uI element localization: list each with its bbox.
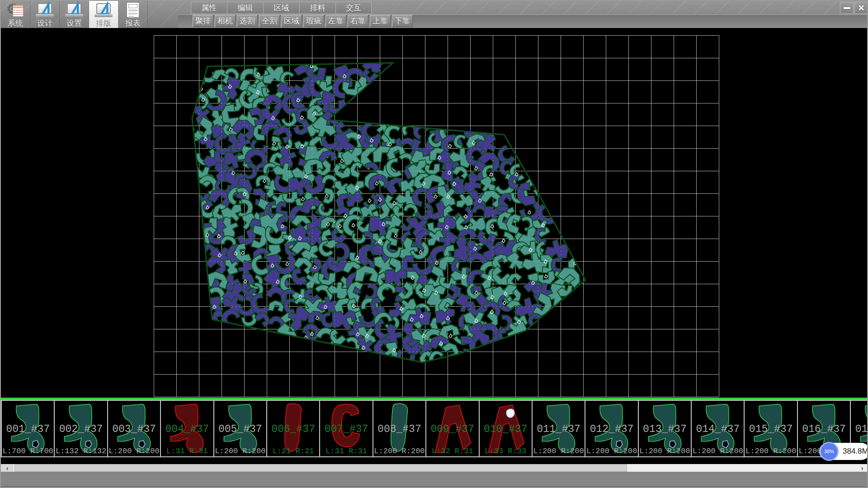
piece-lr-label: L:200 R:200	[585, 447, 637, 455]
main-tab-label: 排版	[96, 19, 111, 28]
app-window: ⚙系统设计设置排版报表 属性编辑区域排料交互 聚排相机选割全割区域瑕疵左靠右靠上…	[0, 0, 868, 488]
menu-tab-排料[interactable]: 排料	[299, 2, 335, 14]
tool-button-相机[interactable]: 相机	[215, 15, 236, 27]
piece-id-label: 007_#37	[320, 423, 372, 435]
scroll-right-arrow[interactable]: ›	[855, 464, 868, 472]
piece-lr-label: L:200 R:200	[692, 447, 744, 455]
piece-thumbnail-001_#37[interactable]: 001_#37L:700 R:700	[1, 400, 55, 457]
piece-thumbnail-strip: 001_#37L:700 R:700002_#37L:132 R:132003_…	[1, 400, 868, 457]
piece-id-label: 013_#37	[639, 423, 691, 435]
tool-button-瑕疵[interactable]: 瑕疵	[303, 15, 324, 27]
design-ruler-icon	[36, 2, 54, 19]
piece-lr-label: L:31 R:31	[320, 447, 372, 455]
piece-id-label: 006_#37	[267, 423, 319, 435]
memory-status-badge: 38% 384.8M	[819, 443, 868, 460]
main-icon-tabs: ⚙系统设计设置排版报表	[1, 1, 148, 28]
main-tab-label: 设计	[37, 19, 52, 28]
piece-thumbnail-011_#37[interactable]: 011_#37L:200 R:200	[532, 400, 585, 457]
minimize-button[interactable]	[840, 2, 854, 14]
main-tab-系统[interactable]: ⚙系统	[1, 1, 30, 28]
piece-lr-label: L:200 R:200	[108, 447, 160, 455]
piece-thumbnail-014_#37[interactable]: 014_#37L:200 R:200	[691, 400, 745, 457]
piece-lr-label: L:700 R:700	[2, 447, 54, 455]
piece-thumbnail-012_#37[interactable]: 012_#37L:200 R:200	[585, 400, 638, 457]
piece-id-label: 008_#37	[373, 423, 425, 435]
piece-lr-label: L:200 R:200	[533, 447, 585, 455]
piece-id-label: 002_#37	[55, 423, 107, 435]
tool-button-左靠[interactable]: 左靠	[326, 15, 346, 27]
piece-thumbnail-015_#37[interactable]: 015_#37L:200 R:200	[744, 400, 797, 457]
piece-lr-label: L:200 R:200	[214, 447, 266, 455]
piece-lr-label: L:200 R:200	[373, 447, 425, 455]
settings-ruler-icon	[65, 2, 83, 19]
main-tab-label: 报表	[125, 19, 141, 28]
piece-id-label: 017_#37	[851, 423, 868, 435]
piece-lr-label: L:32 R:31	[426, 447, 478, 455]
piece-thumbnail-007_#37[interactable]: 007_#37L:31 R:31	[319, 400, 373, 457]
tool-button-上靠[interactable]: 上靠	[370, 15, 391, 27]
menu-tab-区域[interactable]: 区域	[263, 2, 299, 14]
nesting-ruler-icon	[94, 2, 113, 19]
main-tab-排版[interactable]: 排版	[89, 1, 118, 28]
piece-lr-label: L:33 R:33	[480, 447, 532, 455]
menu-tab-编辑[interactable]: 编辑	[227, 2, 263, 14]
piece-id-label: 010_#37	[480, 423, 532, 435]
tool-button-row: 聚排相机选割全割区域瑕疵左靠右靠上靠下靠	[193, 15, 413, 27]
tool-button-全割[interactable]: 全割	[259, 15, 280, 27]
scroll-left-arrow[interactable]: ‹	[1, 464, 14, 472]
piece-id-label: 009_#37	[426, 423, 478, 435]
piece-lr-label: L:21 R:21	[267, 447, 319, 455]
piece-id-label: 011_#37	[533, 423, 585, 435]
piece-thumbnail-010_#37[interactable]: 010_#37L:33 R:33	[479, 400, 533, 457]
system-gear-icon: ⚙	[6, 2, 24, 19]
piece-id-label: 012_#37	[585, 423, 637, 435]
piece-thumbnail-003_#37[interactable]: 003_#37L:200 R:200	[107, 400, 161, 457]
tool-button-区域[interactable]: 区域	[281, 15, 302, 27]
tool-button-选割[interactable]: 选割	[237, 15, 258, 27]
main-tab-设置[interactable]: 设置	[60, 1, 89, 28]
bottom-bar	[1, 472, 868, 488]
piece-thumbnail-002_#37[interactable]: 002_#37L:132 R:132	[54, 400, 108, 457]
memory-value: 384.8M	[843, 447, 868, 456]
main-tab-设计[interactable]: 设计	[30, 1, 60, 28]
scrollbar-thumb[interactable]	[14, 464, 627, 472]
main-tab-label: 设置	[66, 19, 82, 28]
piece-id-label: 001_#37	[2, 423, 54, 435]
tool-button-右靠[interactable]: 右靠	[348, 15, 368, 27]
menu-tab-row: 属性编辑区域排料交互	[191, 2, 372, 14]
percent-indicator: 38%	[820, 442, 839, 461]
piece-id-label: 016_#37	[798, 423, 850, 435]
piece-thumbnail-013_#37[interactable]: 013_#37L:200 R:200	[638, 400, 692, 457]
menu-tab-属性[interactable]: 属性	[191, 2, 227, 14]
close-icon: ✕	[858, 4, 864, 12]
main-tab-label: 系统	[8, 19, 23, 28]
piece-lr-label: L:31 R:31	[161, 447, 213, 455]
piece-lr-label: L:200 R:200	[745, 447, 797, 455]
nesting-canvas[interactable]	[1, 28, 868, 398]
piece-thumbnail-008_#37[interactable]: 008_#37L:200 R:200	[373, 400, 426, 457]
report-doc-icon	[124, 2, 142, 19]
minimize-icon	[844, 7, 850, 9]
menu-tab-交互[interactable]: 交互	[335, 2, 372, 14]
piece-thumbnail-006_#37[interactable]: 006_#37L:21 R:21	[266, 400, 320, 457]
title-toolbar: ⚙系统设计设置排版报表 属性编辑区域排料交互 聚排相机选割全割区域瑕疵左靠右靠上…	[1, 1, 868, 28]
horizontal-scrollbar[interactable]: ‹ ›	[1, 464, 868, 472]
piece-lr-label: L:200 R:200	[639, 447, 691, 455]
piece-lr-label: L:132 R:132	[55, 447, 107, 455]
tool-button-下靠[interactable]: 下靠	[392, 15, 413, 27]
piece-id-label: 015_#37	[745, 423, 797, 435]
piece-id-label: 004_#37	[161, 423, 213, 435]
piece-id-label: 003_#37	[108, 423, 160, 435]
piece-id-label: 014_#37	[692, 423, 744, 435]
percent-value: 38%	[824, 449, 834, 454]
tool-button-聚排[interactable]: 聚排	[193, 15, 213, 27]
piece-id-label: 005_#37	[214, 423, 266, 435]
piece-thumbnail-009_#37[interactable]: 009_#37L:32 R:31	[425, 400, 479, 457]
bottom-edge	[1, 486, 868, 488]
main-tab-报表[interactable]: 报表	[118, 1, 148, 28]
piece-thumbnail-005_#37[interactable]: 005_#37L:200 R:200	[213, 400, 267, 457]
piece-thumbnail-004_#37[interactable]: 004_#37L:31 R:31	[160, 400, 214, 457]
strip-bottom-gap	[1, 457, 868, 464]
close-button[interactable]: ✕	[854, 2, 868, 14]
